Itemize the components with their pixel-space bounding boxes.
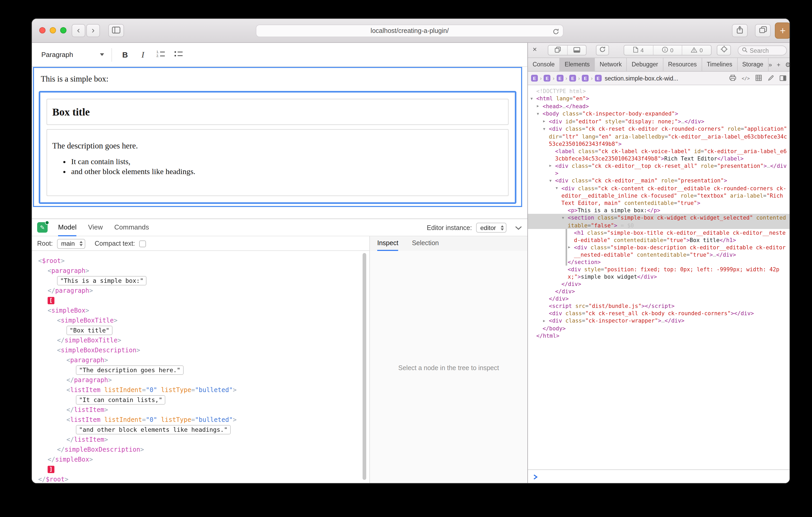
devtools-tab-timelines[interactable]: Timelines: [702, 58, 738, 71]
dom-tree-node[interactable]: <p>This is a simple box:</p>: [528, 207, 790, 214]
element-picker-button[interactable]: [717, 45, 731, 55]
dom-tree-node[interactable]: ▼<section class="simple-box ck-widget ck…: [528, 214, 790, 229]
dom-tree-node[interactable]: ▼<div class="ck ck-content ck-editor__ed…: [528, 184, 790, 207]
collapse-arrow-icon[interactable]: ▼: [530, 95, 536, 102]
model-tree-node[interactable]: "Box title": [32, 326, 369, 336]
dom-tree-node[interactable]: <div style="position: fixed; top: 0px; l…: [528, 266, 790, 280]
dom-tree-node[interactable]: ▶<div id="editor" style="display: none;"…: [528, 117, 790, 125]
window-titlebar[interactable]: ‹ › localhost/creating-a-plugin/ +: [32, 19, 789, 43]
tab-overview-button[interactable]: [755, 24, 771, 37]
italic-button[interactable]: I: [135, 47, 151, 62]
dom-tree-node[interactable]: ▼<body class="ck-inspector-body-expanded…: [528, 110, 790, 117]
pen-icon[interactable]: [767, 73, 774, 83]
collapse-arrow-icon[interactable]: ▼: [549, 177, 555, 184]
collapse-arrow-icon[interactable]: ▼: [556, 185, 561, 192]
add-tab-button[interactable]: +: [777, 61, 780, 68]
element-badge-icon[interactable]: E: [556, 75, 563, 82]
dom-tree-node[interactable]: ▼<div class="ck ck-reset ck-editor ck-ro…: [528, 125, 790, 147]
model-tree-node[interactable]: "The description goes here.": [32, 365, 369, 375]
dom-tree-node[interactable]: <script src="dist/bundle.js"></script>: [528, 302, 790, 309]
model-tree-node[interactable]: <listItem listIndent="0" listType="bulle…: [32, 415, 369, 425]
selected-node-breadcrumb[interactable]: section.simple-box.ck-wid...: [605, 75, 678, 81]
devtools-tab-network[interactable]: Network: [595, 58, 627, 71]
zoom-window-button[interactable]: [60, 27, 66, 33]
box-title-text[interactable]: Box title: [52, 99, 508, 124]
element-badge-icon[interactable]: E: [594, 75, 602, 82]
model-tree-node[interactable]: </paragraph>: [32, 286, 369, 296]
model-tree-node[interactable]: ]: [32, 465, 369, 475]
collapse-arrow-icon[interactable]: ▼: [543, 125, 549, 132]
dom-tree-node[interactable]: </div>: [528, 287, 790, 295]
print-icon[interactable]: [729, 73, 736, 83]
model-tree-node[interactable]: <simpleBoxDescription>: [32, 345, 369, 356]
dom-tree-node[interactable]: <label class="ck ck-label ck-voice-label…: [528, 147, 790, 162]
element-badge-icon[interactable]: E: [569, 75, 576, 82]
expand-arrow-icon[interactable]: ▶: [537, 102, 543, 110]
model-tree-node[interactable]: <paragraph>: [32, 266, 369, 276]
reload-page-button[interactable]: [596, 45, 609, 55]
compact-text-checkbox[interactable]: [139, 240, 146, 247]
address-bar[interactable]: localhost/creating-a-plugin/: [256, 25, 563, 37]
devtools-tab-resources[interactable]: Resources: [663, 58, 702, 71]
model-tree-node[interactable]: <simpleBoxTitle>: [32, 316, 369, 326]
devtools-tab-debugger[interactable]: Debugger: [627, 58, 663, 71]
inspector-tab-model[interactable]: Model: [58, 219, 77, 236]
description-text[interactable]: The description goes here.: [52, 141, 508, 151]
model-tree-node[interactable]: <$root>: [32, 256, 369, 266]
editor-list-item[interactable]: and other block elements like headings.: [71, 167, 508, 177]
inspector-tab-view[interactable]: View: [88, 219, 103, 236]
bold-button[interactable]: B: [117, 47, 133, 62]
model-tree-node[interactable]: </simpleBoxDescription>: [32, 445, 369, 455]
numbered-list-button[interactable]: 1.2.: [153, 47, 169, 62]
dom-tree-node[interactable]: <h1 class="simple-box-title ck-editor__e…: [528, 229, 790, 243]
split-view-icon[interactable]: [780, 73, 786, 83]
model-tree-node[interactable]: </listItem>: [32, 405, 369, 415]
code-brackets-icon[interactable]: </>: [742, 75, 750, 81]
model-tree-node[interactable]: </$root>: [32, 475, 369, 484]
dock-side-button[interactable]: [548, 45, 567, 55]
rich-text-editor[interactable]: This is a simple box: Box title The desc…: [33, 67, 522, 207]
dom-tree-node[interactable]: </body>: [528, 324, 790, 332]
editor-paragraph[interactable]: This is a simple box:: [41, 74, 521, 84]
dom-tree-node[interactable]: ▶<div class="simple-box-description ck-e…: [528, 243, 790, 258]
resource-count-button[interactable]: 4: [624, 45, 653, 55]
dom-tree-node[interactable]: ▼<html lang="en">: [528, 95, 790, 102]
dom-tree-node[interactable]: <!DOCTYPE html>: [528, 87, 790, 95]
editor-list-item[interactable]: It can contain lists,: [71, 157, 508, 167]
pane-tab-selection[interactable]: Selection: [412, 236, 439, 251]
devtools-tab-elements[interactable]: Elements: [560, 58, 595, 71]
element-badge-icon[interactable]: E: [531, 75, 538, 82]
issue-count-button[interactable]: 0: [653, 45, 682, 55]
model-tree-node[interactable]: "It can contain lists,": [32, 395, 369, 405]
model-tree-node[interactable]: <simpleBox>: [32, 306, 369, 316]
inspector-tab-commands[interactable]: Commands: [114, 219, 149, 236]
new-tab-button[interactable]: +: [775, 23, 790, 39]
grid-icon[interactable]: [755, 73, 762, 83]
bulleted-list-button[interactable]: [171, 47, 186, 62]
simple-box-description[interactable]: The description goes here. It can contai…: [47, 129, 509, 196]
dom-tree-node[interactable]: </section>: [528, 258, 790, 266]
model-tree-node[interactable]: </simpleBox>: [32, 455, 369, 465]
share-button[interactable]: [732, 24, 748, 37]
devtools-tab-console[interactable]: Console: [528, 58, 560, 71]
expand-arrow-icon[interactable]: ▶: [543, 317, 549, 324]
dom-tree-node[interactable]: </html>: [528, 332, 790, 339]
model-tree-node[interactable]: </simpleBoxTitle>: [32, 336, 369, 345]
element-badge-icon[interactable]: E: [544, 75, 551, 82]
scrollbar-thumb[interactable]: [362, 253, 366, 480]
collapse-arrow-icon[interactable]: ▼: [562, 214, 568, 221]
expand-arrow-icon[interactable]: ▶: [549, 162, 555, 170]
warning-count-button[interactable]: 0: [682, 45, 711, 55]
dom-tree-node[interactable]: ▶<head>…</head>: [528, 102, 790, 110]
reload-icon[interactable]: [552, 28, 559, 37]
dom-tree-node[interactable]: </div>: [528, 280, 790, 287]
model-tree-node[interactable]: "This is a simple box:": [32, 276, 369, 286]
model-tree-node[interactable]: <listItem listIndent="0" listType="bulle…: [32, 385, 369, 395]
dom-tree-node[interactable]: ▼<div class="ck ck-editor__main" role="p…: [528, 177, 790, 184]
close-window-button[interactable]: [39, 27, 46, 33]
close-devtools-button[interactable]: ×: [532, 45, 537, 53]
settings-gear-icon[interactable]: ⚙: [785, 61, 790, 68]
simple-box-title[interactable]: Box title: [47, 99, 509, 125]
dom-tree-node[interactable]: ▶<div class="ck ck-editor__top ck-reset_…: [528, 162, 790, 177]
pane-tab-inspect[interactable]: Inspect: [377, 236, 399, 251]
